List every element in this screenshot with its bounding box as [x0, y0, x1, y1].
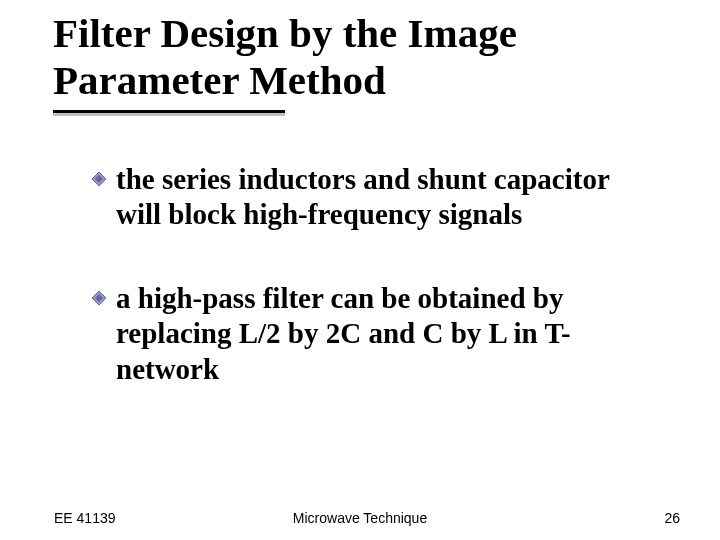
slide: Filter Design by the Image Parameter Met… [0, 0, 720, 540]
footer-page-number: 26 [664, 510, 680, 526]
slide-body: the series inductors and shunt capacitor… [92, 162, 632, 435]
footer-course-name: Microwave Technique [0, 510, 720, 526]
bullet-text: the series inductors and shunt capacitor… [116, 163, 609, 230]
list-item: the series inductors and shunt capacitor… [92, 162, 632, 233]
bullet-text: a high-pass filter can be obtained by re… [116, 282, 571, 385]
title-underline [53, 110, 285, 113]
diamond-bullet-icon [92, 291, 106, 305]
slide-title: Filter Design by the Image Parameter Met… [53, 10, 673, 104]
list-item: a high-pass filter can be obtained by re… [92, 281, 632, 387]
diamond-bullet-icon [92, 172, 106, 186]
title-block: Filter Design by the Image Parameter Met… [53, 10, 673, 104]
